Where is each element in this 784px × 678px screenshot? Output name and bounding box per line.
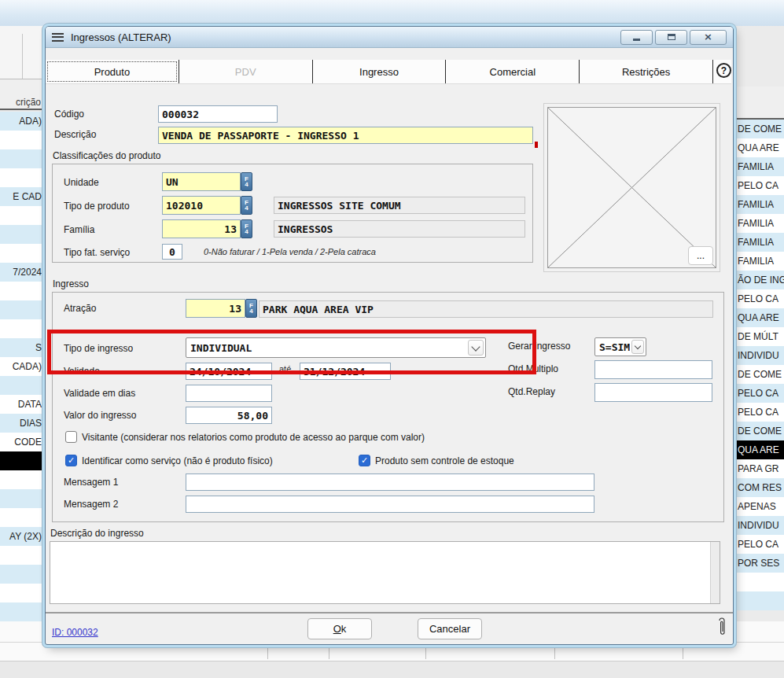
familia-input[interactable]	[162, 219, 241, 238]
atracao-input[interactable]	[186, 299, 245, 318]
grid-row-fragment[interactable]	[0, 546, 44, 565]
grid-row-fragment[interactable]: FAMILIA	[736, 252, 784, 271]
validade-to-input[interactable]	[300, 363, 391, 380]
grid-row-fragment[interactable]: APENAS	[736, 497, 784, 516]
mensagem2-input[interactable]	[186, 496, 594, 513]
grid-row-fragment[interactable]: FAMILIA	[736, 195, 784, 214]
close-button[interactable]: ×	[690, 30, 727, 45]
grid-row-fragment[interactable]: QUA ARE	[736, 308, 784, 327]
codigo-label: Código	[54, 109, 84, 120]
tab-produto[interactable]: Produto	[46, 60, 179, 83]
validade-from-input[interactable]	[186, 363, 272, 380]
grid-row-fragment[interactable]: E CAD	[0, 187, 44, 206]
grid-row-fragment[interactable]	[0, 584, 44, 602]
validade-dias-input[interactable]	[186, 385, 272, 402]
grid-row-fragment[interactable]	[0, 565, 44, 584]
id-link[interactable]: ID: 000032	[52, 627, 98, 638]
grid-row-fragment[interactable]	[0, 300, 44, 319]
grid-row-fragment[interactable]: PELO CA	[736, 535, 784, 554]
valor-ingresso-input[interactable]	[186, 407, 272, 424]
tab-restricoes[interactable]: Restrições	[580, 60, 713, 83]
grid-row-fragment[interactable]	[0, 376, 44, 395]
grid-row-fragment[interactable]: CADA)	[0, 357, 44, 376]
paperclip-icon[interactable]	[716, 615, 727, 642]
unidade-input[interactable]	[162, 172, 241, 191]
grid-row-fragment[interactable]: ÃO DE ING	[736, 271, 784, 289]
ok-button[interactable]: Ok	[307, 618, 372, 639]
tab-pdv[interactable]: PDV	[179, 60, 313, 83]
codigo-input[interactable]	[158, 105, 278, 123]
cancel-button[interactable]: Cancelar	[418, 618, 482, 639]
grid-row-fragment[interactable]: ADA)	[0, 112, 44, 131]
image-placeholder: ...	[543, 103, 720, 272]
grid-row-fragment[interactable]: DIAS	[0, 414, 44, 433]
grid-row-fragment[interactable]	[736, 591, 784, 610]
chevron-down-icon[interactable]	[631, 340, 644, 354]
f4-lookup-button[interactable]: F4	[241, 196, 252, 215]
gerar-ingresso-select[interactable]: S=SIM	[594, 337, 646, 356]
tab-comercial[interactable]: Comercial	[446, 60, 580, 83]
grid-row-fragment[interactable]	[0, 225, 44, 244]
menu-icon[interactable]	[52, 33, 64, 42]
grid-row-fragment[interactable]	[0, 149, 44, 168]
grid-row-fragment[interactable]	[0, 282, 44, 300]
help-button[interactable]: ?	[716, 63, 731, 78]
tipo-fat-input[interactable]	[162, 244, 182, 260]
maximize-button[interactable]	[655, 30, 687, 45]
f4-lookup-button[interactable]: F4	[245, 299, 257, 318]
grid-row-fragment[interactable]: DE COME	[736, 365, 784, 384]
estoque-checkbox[interactable]: ✓	[359, 455, 370, 466]
grid-row-fragment[interactable]	[0, 602, 44, 621]
grid-row-fragment[interactable]: FAMILIA	[736, 214, 784, 233]
grid-row-fragment[interactable]: PELO CA	[736, 384, 784, 403]
grid-row-fragment[interactable]: QUA ARE	[736, 440, 784, 459]
visitante-checkbox[interactable]: ✓	[65, 431, 77, 443]
grid-row-fragment[interactable]: 7/2024	[0, 263, 44, 282]
chevron-down-icon[interactable]	[468, 340, 484, 356]
tab-ingresso[interactable]: Ingresso	[313, 60, 447, 83]
f4-lookup-button[interactable]: F4	[241, 172, 252, 191]
grid-row-fragment[interactable]	[0, 470, 44, 489]
grid-row-fragment[interactable]: PARA GR	[736, 459, 784, 478]
grid-row-fragment[interactable]: DE MÚLT	[736, 327, 784, 346]
grid-row-fragment[interactable]	[0, 451, 44, 470]
grid-row-fragment[interactable]	[0, 508, 44, 527]
grid-row-fragment[interactable]: AY (2X)	[0, 527, 44, 546]
tipo-ingresso-select[interactable]: INDIVIDUAL	[186, 337, 486, 358]
grid-row-fragment[interactable]: DATA	[0, 395, 44, 414]
f4-lookup-button[interactable]: F4	[241, 219, 252, 238]
grid-row-fragment[interactable]: FAMILIA	[736, 157, 784, 176]
grid-row-fragment[interactable]	[0, 168, 44, 187]
grid-row-fragment[interactable]: PELO CA	[736, 289, 784, 308]
grid-row-fragment[interactable]	[0, 319, 44, 338]
servico-checkbox[interactable]: ✓	[65, 455, 77, 466]
grid-row-fragment[interactable]: S	[0, 338, 44, 357]
tipo-produto-input[interactable]	[162, 196, 241, 215]
grid-row-fragment[interactable]: INDIVIDU	[736, 516, 784, 535]
grid-row-fragment[interactable]: DE COME	[736, 422, 784, 440]
dialog-titlebar[interactable]: Ingressos (ALTERAR) ×	[46, 27, 733, 48]
grid-row-fragment[interactable]	[736, 573, 784, 591]
browse-image-button[interactable]: ...	[688, 246, 713, 265]
grid-row-fragment[interactable]	[0, 244, 44, 263]
minimize-button[interactable]	[620, 30, 653, 45]
unidade-label: Unidade	[64, 177, 99, 188]
grid-row-fragment[interactable]: PELO CA	[736, 176, 784, 195]
grid-row-fragment[interactable]: FAMILIA	[736, 233, 784, 252]
grid-row-fragment[interactable]: QUA ARE	[736, 138, 784, 157]
grid-row-fragment[interactable]	[0, 206, 44, 225]
grid-row-fragment[interactable]: POR SES	[736, 554, 784, 573]
descricao-ingresso-textarea[interactable]	[50, 542, 710, 603]
qtd-replay-input[interactable]	[594, 383, 712, 402]
scrollbar[interactable]	[710, 542, 720, 603]
grid-row-fragment[interactable]: INDIVIDU	[736, 346, 784, 365]
grid-row-fragment[interactable]: PELO CA	[736, 403, 784, 422]
grid-row-fragment[interactable]	[0, 131, 44, 149]
mensagem1-input[interactable]	[186, 473, 594, 491]
grid-row-fragment[interactable]: DE COME	[736, 120, 784, 138]
grid-row-fragment[interactable]	[0, 489, 44, 508]
grid-row-fragment[interactable]: COM RES	[736, 478, 784, 497]
descricao-input[interactable]	[158, 127, 533, 144]
qtd-multiplo-input[interactable]	[594, 360, 712, 379]
grid-row-fragment[interactable]: CODE	[0, 433, 44, 451]
